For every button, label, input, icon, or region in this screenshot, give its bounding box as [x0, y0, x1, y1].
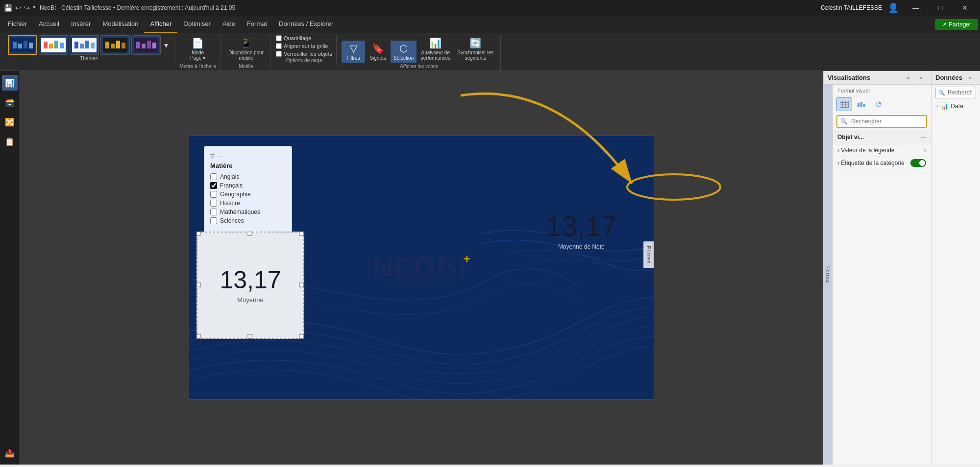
object-dots[interactable]: ··· — [920, 133, 926, 141]
redo-icon[interactable]: ↪ — [24, 4, 30, 12]
maximize-button[interactable]: □ — [929, 0, 952, 16]
filter-checkbox-sciences[interactable] — [210, 217, 217, 224]
quadrillage-input[interactable] — [276, 35, 282, 41]
svg-rect-43 — [860, 102, 862, 107]
theme-thumb-3[interactable] — [70, 35, 99, 55]
theme-thumb-5[interactable] — [131, 35, 161, 55]
filter-item-sciences[interactable]: Sciences — [210, 217, 286, 224]
verrouiller-input[interactable] — [276, 51, 282, 57]
filter-item-histoire[interactable]: Histoire — [210, 200, 286, 207]
filter-item-mathematiques[interactable]: Mathématiques — [210, 209, 286, 215]
svg-rect-14 — [91, 43, 95, 48]
viz-icons-row — [833, 95, 931, 113]
sidebar-icon-model[interactable]: 🔀 — [2, 114, 18, 130]
ribbon-group-mobile: 📱 Disposition pourmobile Mobile — [221, 35, 271, 70]
selection-btn[interactable]: ⬡ Sélection — [391, 41, 416, 63]
etiquette-categorie-toggle[interactable] — [910, 159, 926, 167]
filter-checkbox-histoire[interactable] — [210, 200, 217, 207]
theme-thumb-4[interactable] — [100, 35, 130, 55]
neobi-logo: NEOBI + FORMATION — [372, 250, 470, 285]
mode-page-btn[interactable]: 📄 ModePage ▾ — [186, 35, 210, 63]
data-expand-btn[interactable]: » — [964, 72, 976, 84]
menu-modelisation[interactable]: Modélisation — [97, 16, 144, 33]
sidebar-icon-data[interactable]: 🗃️ — [2, 94, 18, 110]
filter-checkbox-geographie[interactable] — [210, 191, 217, 198]
data-tree-item-data[interactable]: › 📊 Data — [931, 100, 980, 112]
signets-btn[interactable]: 🔖 Signets — [366, 41, 390, 63]
filter-checkbox-francais[interactable] — [210, 182, 217, 189]
menu-donnees[interactable]: Données / Explorer — [273, 16, 339, 33]
dropdown-icon[interactable]: ▾ — [33, 4, 36, 12]
card1-container[interactable]: 13,17 Moyenne — [196, 232, 304, 339]
filters-side-tab[interactable]: Filtres — [643, 241, 654, 268]
analyseur-btn[interactable]: 📊 Analyseur deperformances — [417, 35, 453, 63]
mobile-btn[interactable]: 📱 Disposition pourmobile — [225, 35, 267, 63]
filter-icon-row: ▽ ··· — [210, 152, 286, 160]
sidebar-icon-report[interactable]: 📊 — [2, 75, 18, 91]
svg-rect-22 — [142, 44, 146, 48]
viz-panel-header: Visualisations « » — [824, 71, 931, 85]
minimize-button[interactable]: — — [905, 0, 927, 16]
save-icon[interactable]: 💾 — [4, 4, 12, 12]
aligner-grille-checkbox[interactable]: Aligner sur la grille — [276, 43, 332, 49]
filter-dots[interactable]: ··· — [218, 152, 223, 160]
selection-icon: ⬡ — [399, 43, 408, 54]
quadrillage-checkbox[interactable]: Quadrillage — [276, 35, 332, 41]
title-bar-left: 💾 ↩ ↪ ▾ NeoBI - Célestin Taillefesse • D… — [4, 4, 235, 12]
theme-thumb-1[interactable] — [8, 35, 37, 55]
themes-label: Thèmes — [80, 55, 98, 63]
verrouiller-checkbox[interactable]: Verrouiller les objets — [276, 51, 332, 57]
sidebar-icon-dax[interactable]: 📋 — [2, 134, 18, 149]
object-header[interactable]: Objet vi... ··· — [833, 130, 931, 144]
canvas-area[interactable]: ▽ ··· Matière Anglais Français Géographi… — [20, 71, 823, 465]
viz-icon-pie[interactable] — [871, 97, 886, 111]
menu-fichier[interactable]: Fichier — [2, 16, 33, 33]
svg-rect-12 — [80, 44, 84, 48]
filter-item-anglais[interactable]: Anglais — [210, 173, 286, 180]
menu-aide[interactable]: Aide — [217, 16, 241, 33]
mobile-icon: 📱 — [240, 37, 252, 49]
viz-search-input[interactable] — [836, 115, 927, 128]
synchro-btn[interactable]: 🔄 Synchroniser lessegments — [454, 35, 496, 63]
menu-inserer[interactable]: Insérer — [65, 16, 97, 33]
menu-afficher[interactable]: Afficher — [144, 16, 177, 33]
viz-icon-table[interactable] — [836, 97, 852, 111]
card2-container: 13,17 Moyenne de Note — [546, 212, 617, 250]
close-button[interactable]: ✕ — [954, 0, 976, 16]
svg-rect-1 — [13, 42, 17, 48]
viz-expand-right-btn[interactable]: » — [915, 72, 927, 84]
analyseur-label: Analyseur deperformances — [420, 50, 450, 61]
menu-format[interactable]: Format — [241, 16, 273, 33]
svg-rect-21 — [136, 42, 140, 48]
scale-label: Mettre à l'échelle — [179, 63, 216, 70]
filter-item-francais[interactable]: Français — [210, 182, 286, 189]
show-panes-label: Afficher les volets — [400, 63, 438, 70]
undo-icon[interactable]: ↩ — [15, 4, 21, 12]
valeur-legende-row[interactable]: › Valeur de la légende › — [833, 144, 931, 157]
menu-accueil[interactable]: Accueil — [33, 16, 65, 33]
filter-checkbox-anglais[interactable] — [210, 173, 217, 180]
viz-icon-bar[interactable] — [854, 97, 869, 111]
themes-dropdown-btn[interactable]: ▾ — [162, 41, 170, 50]
viz-search-icon: 🔍 — [840, 118, 848, 125]
card2-label: Moyenne de Note — [558, 243, 605, 250]
share-button[interactable]: ↗ Partager — [935, 19, 978, 30]
window-controls: — □ ✕ — [905, 0, 976, 16]
etiquette-categorie-row[interactable]: › Étiquette de la catégorie — [833, 157, 931, 170]
aligner-grille-input[interactable] — [276, 43, 282, 49]
viz-expand-left-btn[interactable]: « — [903, 72, 914, 84]
valeur-legende-chevron: › — [924, 147, 926, 154]
filtres-btn[interactable]: ▽ Filtres — [342, 41, 365, 63]
viz-search-container: 🔍 — [836, 115, 927, 128]
filter-item-geographie[interactable]: Géographie — [210, 191, 286, 198]
svg-rect-8 — [54, 41, 58, 48]
svg-rect-42 — [858, 103, 859, 107]
menu-optimiser[interactable]: Optimiser — [177, 16, 217, 33]
theme-thumb-2[interactable] — [39, 35, 68, 55]
filters-vertical-tab[interactable]: Filtres — [824, 85, 833, 465]
user-name: Celestin TAILLEFESSE — [821, 4, 882, 11]
data-search-wrap: 🔍 — [935, 87, 976, 98]
sidebar-icon-deploy[interactable]: 📤 — [2, 445, 18, 461]
filter-checkbox-mathematiques[interactable] — [210, 209, 217, 215]
analyseur-icon: 📊 — [429, 37, 441, 49]
